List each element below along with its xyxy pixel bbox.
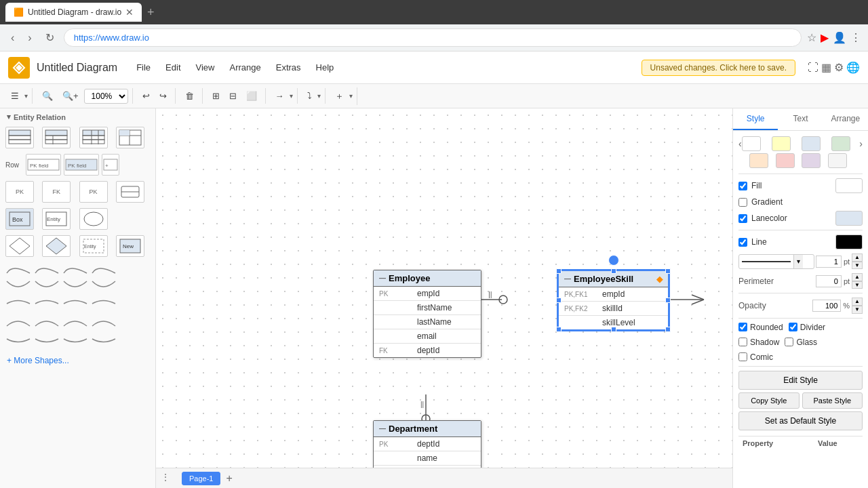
handle-tc[interactable]	[611, 268, 616, 274]
employee-entity[interactable]: — Employee PK empId firstName lastName	[373, 270, 481, 358]
shape-er2[interactable]: FK	[42, 181, 71, 203]
shape-row1[interactable]: PK field	[26, 154, 61, 176]
color-white[interactable]	[742, 136, 761, 151]
shape-er4[interactable]	[116, 181, 144, 203]
employee-collapse[interactable]: —	[379, 274, 386, 282]
handle-tl[interactable]	[556, 268, 561, 274]
fill-color-box[interactable]	[835, 178, 863, 193]
handle-br[interactable]	[665, 327, 671, 332]
menu-file[interactable]: File	[130, 60, 157, 75]
delete-btn[interactable]: 🗑	[181, 88, 198, 104]
color-yellow[interactable]	[772, 136, 791, 151]
globe-icon[interactable]: 🌐	[846, 61, 860, 74]
employeeskill-collapse[interactable]: —	[564, 275, 571, 283]
fullscreen-icon[interactable]: ⛶	[808, 62, 818, 74]
shape-table4[interactable]	[116, 127, 144, 148]
color-next-btn[interactable]: ›	[859, 138, 863, 149]
save-notice[interactable]: Unsaved changes. Click here to save.	[642, 60, 795, 76]
menu-edit[interactable]: Edit	[159, 60, 187, 75]
redo-btn[interactable]: ↪	[155, 88, 171, 104]
more-shapes-btn[interactable]: + More Shapes...	[0, 350, 155, 371]
shape-row3[interactable]: +	[102, 154, 119, 176]
glass-checkbox[interactable]	[785, 338, 793, 346]
undo-btn[interactable]: ↩	[138, 88, 154, 104]
zoom-select[interactable]: 100% 75% 150%	[84, 89, 128, 104]
menu-view[interactable]: View	[189, 60, 222, 75]
line-style-control[interactable]: ▾	[738, 254, 814, 269]
new-tab-btn[interactable]: +	[147, 5, 155, 20]
shape-er3[interactable]: PK	[79, 181, 108, 203]
settings-icon[interactable]: ⚙	[834, 61, 844, 74]
perimeter-down[interactable]: ▼	[852, 281, 863, 289]
line-checkbox[interactable]	[738, 238, 747, 247]
sidebar-section-title[interactable]: ▾ Entity Relation	[0, 108, 155, 124]
handle-ml[interactable]	[556, 298, 561, 303]
shape-diamond1[interactable]	[5, 235, 34, 257]
handle-mr[interactable]	[665, 298, 671, 303]
shape-new[interactable]: New	[116, 235, 144, 257]
line-pt-down[interactable]: ▼	[852, 262, 863, 270]
line-style-dropdown[interactable]: ▾	[793, 255, 803, 268]
shape-diamond2[interactable]	[42, 235, 71, 257]
rotate-handle[interactable]	[608, 255, 619, 266]
rounded-checkbox[interactable]	[738, 323, 747, 331]
handle-tr[interactable]	[665, 268, 671, 274]
bookmark-icon[interactable]: ☆	[807, 31, 816, 44]
more-icon[interactable]: ⋮	[850, 31, 861, 44]
zoom-in-btn[interactable]: 🔍+	[58, 88, 83, 104]
shape-table2[interactable]	[42, 127, 71, 148]
handle-bl[interactable]	[556, 327, 561, 332]
color-purple[interactable]	[802, 153, 821, 168]
tab-arrange[interactable]: Arrange	[823, 108, 868, 130]
shape-er1[interactable]: PK	[5, 181, 34, 203]
profile-icon[interactable]: 👤	[833, 31, 846, 44]
color-orange[interactable]	[749, 153, 768, 168]
waypoint-btn[interactable]: ⤵	[303, 88, 316, 104]
shadow-checkbox[interactable]	[738, 338, 747, 346]
color-gray[interactable]	[828, 153, 847, 168]
color-green[interactable]	[831, 136, 850, 151]
forward-btn[interactable]: ›	[24, 29, 35, 47]
shape-table3[interactable]	[79, 127, 108, 148]
grid-icon[interactable]: ▦	[821, 61, 831, 74]
back-btn[interactable]: ‹	[7, 29, 18, 47]
gradient-checkbox[interactable]	[738, 198, 747, 207]
fill-checkbox[interactable]	[738, 182, 747, 190]
address-bar[interactable]	[64, 28, 802, 47]
insert-btn[interactable]: ＋	[331, 87, 348, 105]
menu-arrange[interactable]: Arrange	[222, 60, 267, 75]
shape-circle1[interactable]	[79, 208, 108, 230]
opacity-down[interactable]: ▼	[852, 306, 863, 314]
department-collapse[interactable]: —	[379, 425, 386, 432]
shape-box1[interactable]: Box	[5, 208, 34, 230]
menu-help[interactable]: Help	[309, 60, 341, 75]
shape-row2[interactable]: PK field	[64, 154, 99, 176]
tab-text[interactable]: Text	[778, 108, 823, 130]
perimeter-up[interactable]: ▲	[852, 273, 863, 281]
opacity-input[interactable]	[812, 300, 841, 312]
sidebar-toggle-btn[interactable]: ☰	[7, 88, 23, 104]
handle-bc[interactable]	[611, 327, 616, 332]
color-pink[interactable]	[776, 153, 795, 168]
edit-style-btn[interactable]: Edit Style	[738, 371, 863, 390]
tab-close-btn[interactable]: ✕	[125, 7, 134, 18]
shape-entity1[interactable]: Entity	[42, 208, 71, 230]
tab-style[interactable]: Style	[733, 108, 778, 130]
paste-style-btn[interactable]: Paste Style	[802, 392, 863, 409]
browser-tab[interactable]: 🟧 Untitled Diagram - draw.io ✕	[5, 3, 142, 22]
page-menu-btn[interactable]: ⋮	[161, 472, 170, 482]
youtube-icon[interactable]: ▶	[821, 31, 829, 44]
comic-checkbox[interactable]	[738, 352, 747, 361]
line-pt-input[interactable]	[816, 256, 842, 268]
style-btn1[interactable]: ⊞	[208, 88, 224, 104]
opacity-up[interactable]: ▲	[852, 298, 863, 306]
style-btn2[interactable]: ⊟	[225, 88, 241, 104]
copy-style-btn[interactable]: Copy Style	[738, 392, 800, 409]
add-page-btn[interactable]: +	[226, 472, 232, 485]
shape-entity2[interactable]: Entity	[79, 235, 108, 257]
default-style-btn[interactable]: Set as Default Style	[738, 411, 863, 430]
color-blue[interactable]	[802, 136, 821, 151]
lanecolor-box[interactable]	[835, 211, 863, 226]
perimeter-input[interactable]	[816, 275, 842, 287]
zoom-out-btn[interactable]: 🔍	[38, 88, 57, 104]
